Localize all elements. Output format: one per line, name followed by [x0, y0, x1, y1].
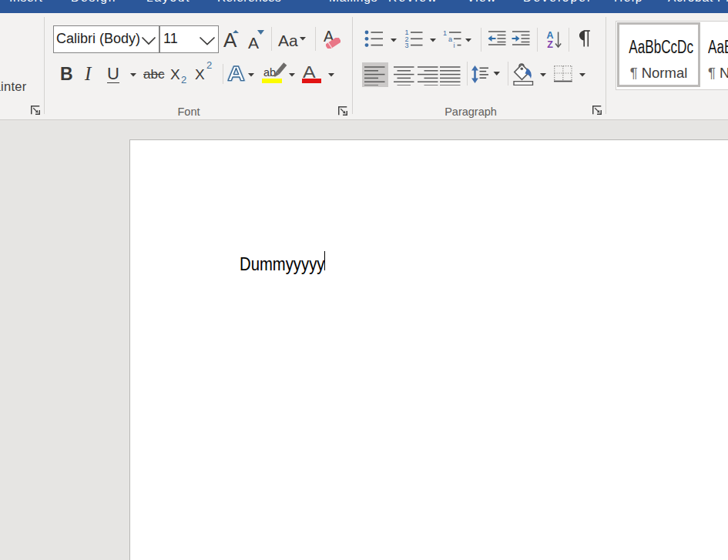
svg-text:1: 1	[443, 29, 447, 37]
svg-text:3: 3	[404, 42, 408, 49]
svg-text:a: a	[448, 35, 452, 43]
svg-text:Z: Z	[547, 39, 553, 49]
svg-text:i: i	[454, 42, 455, 49]
